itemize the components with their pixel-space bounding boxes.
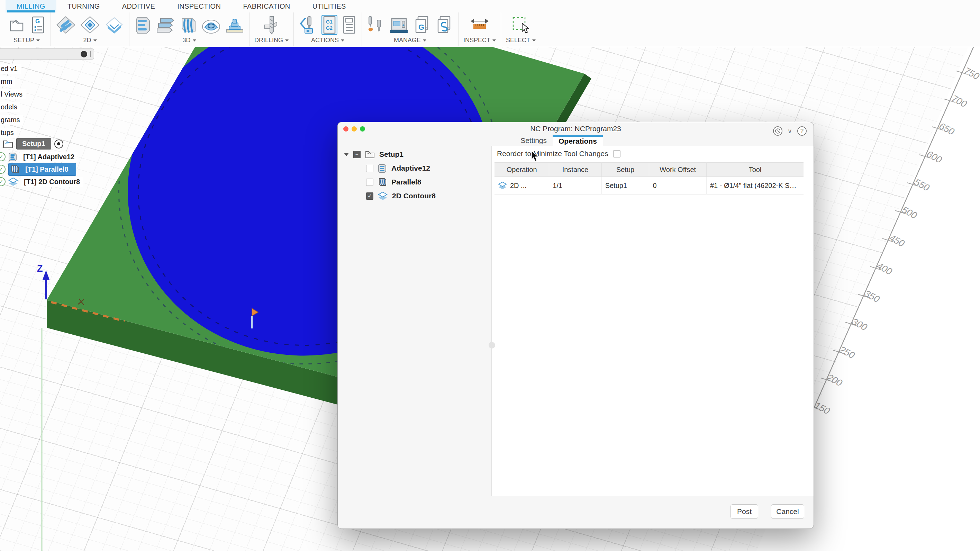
select-icon[interactable] <box>511 16 530 34</box>
dropdown-arrow-icon <box>492 40 496 41</box>
group-label-text: 3D <box>182 37 190 44</box>
col-operation[interactable]: Operation <box>495 162 549 177</box>
col-tool[interactable]: Tool <box>706 162 803 177</box>
group-label-inspect[interactable]: INSPECT <box>463 37 496 44</box>
setup1-checkbox[interactable]: − <box>353 151 361 158</box>
3d-parallel-icon[interactable] <box>179 15 197 35</box>
dialog-tabstrip: Settings Operations ∨ ? <box>338 135 813 146</box>
3d-pocket-clearing-icon[interactable] <box>156 16 175 34</box>
tab-utilities[interactable]: UTILITIES <box>301 0 357 13</box>
dlg-tree-2dcontour8-row[interactable]: ✓ 2D Contour8 <box>366 190 436 202</box>
group-label-actions[interactable]: ACTIONS <box>311 37 344 44</box>
help-icon[interactable]: ? <box>797 126 807 136</box>
dropdown-arrow-icon <box>193 40 196 41</box>
dlg-tree-adaptive12-row[interactable]: Adaptive12 <box>366 162 430 174</box>
dlg-setup1-label: Setup1 <box>379 150 404 159</box>
group-label-text: INSPECT <box>463 37 490 44</box>
z-axis-arrowhead <box>43 270 49 280</box>
pane-splitter-handle[interactable] <box>488 342 495 349</box>
dropdown-arrow-icon <box>341 40 344 41</box>
setup1-visibility-radio-icon[interactable] <box>54 140 63 148</box>
2d-adaptive-icon[interactable] <box>56 16 76 34</box>
collapse-browser-icon[interactable]: − <box>81 51 87 57</box>
setup1-badge[interactable]: Setup1 <box>16 138 51 150</box>
post-process-icon[interactable]: G1G2 <box>323 16 336 34</box>
op-check-icon[interactable]: ✓ <box>0 177 6 186</box>
new-setup-icon[interactable] <box>8 16 26 34</box>
group-label-drilling[interactable]: DRILLING <box>255 37 289 44</box>
browser-panel-header[interactable]: − <box>0 48 94 59</box>
2d-pocket-icon[interactable] <box>80 16 100 34</box>
3d-spiral-icon[interactable] <box>225 16 244 34</box>
tab-milling[interactable]: MILLING <box>6 0 56 13</box>
dlg-tree-parallel8-row[interactable]: Parallel8 <box>366 176 421 188</box>
tab-fabrication[interactable]: FABRICATION <box>232 0 301 13</box>
dlg-tree-setup1-row[interactable]: − Setup1 <box>344 148 404 160</box>
dialog-body: − Setup1 Adaptive12 Parallel8 ✓ 2D Conto… <box>338 146 813 496</box>
chevron-down-icon[interactable]: ∨ <box>788 128 792 134</box>
col-work-offset[interactable]: Work Offset <box>649 162 706 177</box>
browser-item-document[interactable]: ed v1 <box>0 64 21 74</box>
tab-operations[interactable]: Operations <box>553 135 603 146</box>
op-check-icon[interactable]: ✓ <box>0 165 6 174</box>
parallel-op-icon <box>378 177 387 187</box>
2dcontour8-checkbox[interactable]: ✓ <box>366 193 373 200</box>
group-label-manage[interactable]: MANAGE <box>394 37 426 44</box>
cancel-button[interactable]: Cancel <box>771 504 804 519</box>
drill-icon[interactable] <box>262 15 281 35</box>
parallel8-checkbox[interactable] <box>366 178 373 186</box>
table-row[interactable]: 2D ... 1/1 Setup1 0 #1 - Ø1/4" flat (462… <box>495 177 803 194</box>
op-label: [T1] 2D Contour8 <box>21 177 83 187</box>
simulate-icon[interactable] <box>299 15 317 35</box>
op-check-icon[interactable]: ✓ <box>0 152 6 161</box>
dropdown-arrow-icon <box>532 40 536 41</box>
adaptive12-checkbox[interactable] <box>366 165 373 172</box>
disclosure-triangle-icon[interactable] <box>344 153 349 156</box>
post-library-icon[interactable]: G <box>413 15 431 35</box>
group-label-3d[interactable]: 3D <box>182 37 196 44</box>
group-label-2d[interactable]: 2D <box>83 37 97 44</box>
3d-adaptive-icon[interactable] <box>134 15 151 35</box>
3d-scallop-icon[interactable] <box>201 16 221 34</box>
minimize-window-icon[interactable] <box>352 126 357 132</box>
col-instance[interactable]: Instance <box>549 162 601 177</box>
browser-item-models[interactable]: odels <box>0 102 21 112</box>
tab-settings[interactable]: Settings <box>515 135 553 146</box>
group-setup: G SETUP <box>3 13 51 46</box>
browser-op-2dcontour8[interactable]: ✓ [T1] 2D Contour8 <box>0 176 83 188</box>
new-nc-program-icon[interactable]: G <box>30 16 46 34</box>
post-button[interactable]: Post <box>730 504 758 519</box>
group-label-setup[interactable]: SETUP <box>13 37 40 44</box>
tab-inspection[interactable]: INSPECTION <box>166 0 232 13</box>
browser-item-nc-programs[interactable]: grams <box>0 115 23 125</box>
defaults-clock-icon[interactable] <box>773 126 783 136</box>
browser-item-units[interactable]: mm <box>0 76 15 86</box>
tab-additive[interactable]: ADDITIVE <box>111 0 166 13</box>
group-label-select[interactable]: SELECT <box>506 37 536 44</box>
dialog-titlebar[interactable]: NC Program: NCProgram23 <box>338 122 813 135</box>
group-label-text: SELECT <box>506 37 530 44</box>
measure-icon[interactable] <box>469 16 490 33</box>
browser-op-adaptive12[interactable]: ✓ [T1] Adaptive12 <box>0 151 78 162</box>
browser-setup1-row[interactable]: Setup1 <box>3 138 63 150</box>
panel-resize-handle[interactable] <box>90 51 91 57</box>
table-header-row: Operation Instance Setup Work Offset Too… <box>495 162 803 177</box>
col-setup[interactable]: Setup <box>601 162 649 177</box>
browser-op-parallel8[interactable]: ✓ [T1] Parallel8 <box>0 163 76 175</box>
dropdown-arrow-icon <box>37 40 40 41</box>
setup-sheet-icon[interactable] <box>342 16 357 34</box>
svg-text:G2: G2 <box>326 25 332 31</box>
tool-library-icon[interactable] <box>367 15 385 35</box>
nc-program-dialog: NC Program: NCProgram23 Settings Operati… <box>337 122 814 529</box>
machine-library-icon[interactable] <box>389 16 409 34</box>
reorder-checkbox[interactable] <box>613 150 620 158</box>
browser-item-setups[interactable]: tups <box>0 128 17 138</box>
setup-folder-icon <box>3 140 13 148</box>
browser-item-named-views[interactable]: l Views <box>0 89 25 99</box>
template-library-icon[interactable] <box>435 15 453 35</box>
2d-contour-icon[interactable] <box>104 16 124 34</box>
zoom-window-icon[interactable] <box>360 126 365 132</box>
close-window-icon[interactable] <box>343 126 348 132</box>
tab-turning[interactable]: TURNING <box>56 0 111 13</box>
operations-pane: Reorder to Minimize Tool Changes Operati… <box>492 146 813 496</box>
